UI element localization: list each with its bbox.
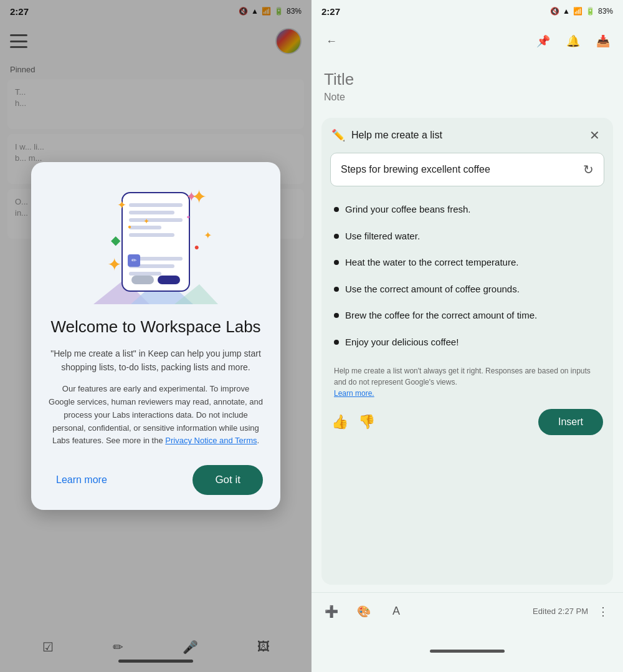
list-item: Brew the coffee for the correct amount o… [334,302,601,329]
result-text: Grind your coffee beans fresh. [345,203,471,217]
home-indicator-right [430,650,505,653]
bullet [334,340,339,345]
modal-overlay: ✦ ✦ ✦ ✦ ✦ ✦ ◆ ● ● ● [0,0,312,672]
list-item: Enjoy your delicious coffee! [334,329,601,356]
modal-actions: Learn more Got it [49,465,263,495]
signal-icon-right: 📶 [573,7,583,16]
thumbs-down-button[interactable]: 👎 [358,414,375,430]
bottom-toolbar-right: Edited 2:27 PM ⋮ [533,602,613,622]
phone-bottom-pills [131,276,180,284]
list-item: Grind your coffee beans fresh. [334,196,601,223]
star-right-decoration: ✦ [204,229,212,241]
right-panel: 2:27 🔇 ▲ 📶 🔋 83% ← 📌 🔔 📥 ✏️ Help me crea… [312,0,623,672]
note-body-input[interactable] [324,89,611,105]
ai-close-button[interactable]: ✕ [586,127,603,144]
edited-timestamp: Edited 2:27 PM [533,607,588,616]
pill-gray [131,276,154,284]
bullet [334,287,339,292]
right-toolbar: ← 📌 🔔 📥 [312,22,623,60]
battery-text-right: 83% [598,7,613,16]
note-area [312,60,623,110]
bullet [334,207,339,212]
add-icon-button[interactable]: ➕ [321,602,341,622]
ai-panel-title: Help me create a list [351,130,579,141]
color-palette-button[interactable]: 🎨 [354,602,374,622]
got-it-button[interactable]: Got it [193,465,263,495]
learn-more-button[interactable]: Learn more [49,469,115,491]
feedback-buttons: 👍 👎 [331,414,375,430]
more-options-button[interactable]: ⋮ [593,602,613,622]
wifi-icon-right: ▲ [563,7,570,16]
right-status-icons: 🔇 ▲ 📶 🔋 83% [550,7,613,16]
workspace-labs-modal: ✦ ✦ ✦ ✦ ✦ ✦ ◆ ● ● ● [31,162,280,511]
dot-pink-decoration: ● [187,214,190,220]
modal-disclaimer: Our features are early and experimental.… [49,383,263,448]
phone-line [129,226,161,229]
result-text: Use filtered water. [345,229,420,244]
right-toolbar-actions: 📌 🔔 📥 [533,31,613,51]
insert-button[interactable]: Insert [538,409,603,435]
ai-panel-header: ✏️ Help me create a list ✕ [321,118,613,153]
phone-line [129,203,183,207]
right-bottom-nav [312,630,623,672]
bullet [334,234,339,239]
phone-line [129,218,183,222]
result-text: Use the correct amount of coffee grounds… [345,282,520,297]
pin-button[interactable]: 📌 [533,31,553,51]
pencil-icon: ✏ [128,254,140,267]
star-decoration: ✦ [107,254,121,275]
back-button[interactable]: ← [321,31,341,51]
ai-input-text: Steps for brewing excellent coffee [341,164,583,175]
star-top-decoration: ✦ [191,186,207,208]
right-status-bar: 2:27 🔇 ▲ 📶 🔋 83% [312,0,623,22]
text-format-button[interactable]: A [386,602,406,622]
phone-line [129,233,174,237]
list-item: Use filtered water. [334,223,601,250]
ai-footer-text: Help me create a list won't always get i… [321,358,613,404]
star-decoration-xs: ✦ [143,217,150,226]
ai-learn-more-link[interactable]: Learn more. [334,389,374,398]
ai-refresh-button[interactable]: ↻ [583,162,594,177]
phone-lines [123,193,189,242]
reminder-button[interactable]: 🔔 [563,31,583,51]
modal-illustration: ✦ ✦ ✦ ✦ ✦ ✦ ◆ ● ● ● [93,180,218,304]
right-time: 2:27 [321,6,340,17]
result-text: Brew the coffee for the correct amount o… [345,309,537,323]
ai-panel: ✏️ Help me create a list ✕ Steps for bre… [321,118,613,585]
bottom-toolbar: ➕ 🎨 A Edited 2:27 PM ⋮ [312,592,623,630]
ai-input-box[interactable]: Steps for brewing excellent coffee ↻ [330,153,604,186]
modal-title: Welcome to Workspace Labs [50,317,260,338]
result-text: Enjoy your delicious coffee! [345,335,459,350]
phone-mockup: ✏ [121,192,190,292]
pill-blue [158,276,180,284]
ai-footer-actions: 👍 👎 Insert [321,404,613,445]
ai-sparkle-icon: ✏️ [331,128,345,142]
phone-line [129,211,174,214]
mute-icon-right: 🔇 [550,7,559,16]
archive-button[interactable]: 📥 [593,31,613,51]
result-text: Heat the water to the correct temperatur… [345,256,518,270]
list-item: Use the correct amount of coffee grounds… [334,276,601,303]
bullet [334,313,339,318]
list-item: Heat the water to the correct temperatur… [334,249,601,276]
thumbs-up-button[interactable]: 👍 [331,414,348,430]
bullet [334,260,339,265]
modal-description: "Help me create a list" in Keep can help… [49,347,263,375]
note-title-input[interactable] [324,70,611,89]
left-panel: 2:27 🔇 ▲ 📶 🔋 83% Pinned T...h... I w... … [0,0,312,672]
star-decoration-sm: ✦ [117,198,126,212]
ai-results: Grind your coffee beans fresh. Use filte… [321,194,613,358]
privacy-link[interactable]: Privacy Notice and Terms [165,436,257,445]
diamond-decoration: ◆ [111,233,120,247]
dot-gold-decoration: ● [128,223,131,230]
dot-red-decoration: ● [194,242,199,252]
battery-icon-right: 🔋 [586,7,595,16]
